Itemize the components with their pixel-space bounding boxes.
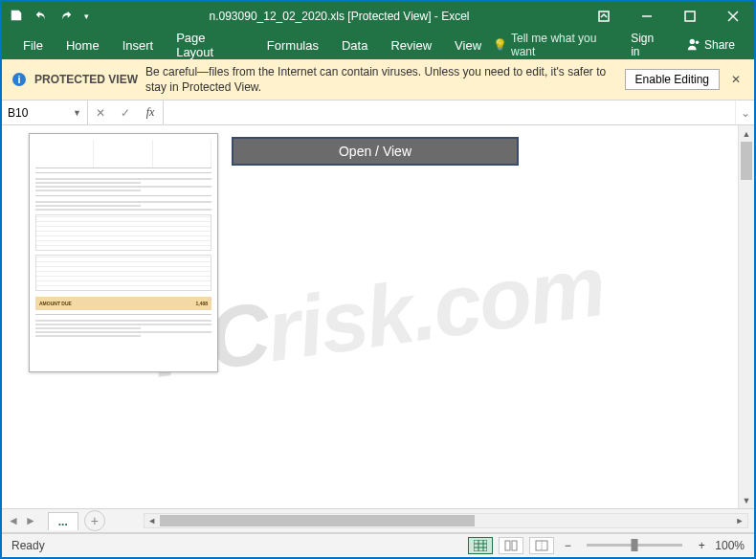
- svg-point-5: [690, 38, 695, 43]
- window-controls: [582, 2, 754, 31]
- close-button[interactable]: [711, 2, 754, 31]
- minimize-button[interactable]: [625, 2, 668, 31]
- tab-file[interactable]: File: [11, 31, 55, 59]
- window-title: n.093090_12_02_2020.xls [Protected View]…: [97, 10, 582, 23]
- sheet-nav-next-icon[interactable]: ►: [25, 514, 36, 527]
- svg-point-6: [696, 40, 700, 44]
- sign-in-button[interactable]: Sign in: [625, 32, 670, 58]
- redo-icon[interactable]: [59, 9, 73, 25]
- share-label: Share: [704, 38, 735, 52]
- scroll-right-icon[interactable]: ►: [732, 516, 747, 525]
- open-view-button[interactable]: Open / View: [232, 137, 519, 166]
- share-people-icon: [687, 37, 700, 54]
- thumb-amount-value: 1,408: [195, 301, 208, 306]
- svg-rect-2: [685, 11, 695, 21]
- tab-insert[interactable]: Insert: [111, 31, 166, 59]
- horizontal-scrollbar[interactable]: ◄ ►: [144, 513, 748, 528]
- title-filename: n.093090_12_02_2020.xls: [210, 10, 345, 23]
- horizontal-scroll-thumb[interactable]: [160, 515, 475, 526]
- status-bar: Ready − + 100%: [2, 533, 754, 556]
- sheet-tab-bar: ◄ ► ... + ◄ ►: [2, 508, 754, 533]
- svg-text:i: i: [17, 74, 20, 85]
- name-box[interactable]: B10 ▼: [2, 101, 88, 124]
- tab-home[interactable]: Home: [55, 31, 111, 59]
- status-right: − + 100%: [468, 537, 745, 554]
- new-sheet-button[interactable]: +: [84, 510, 105, 531]
- vertical-scroll-thumb[interactable]: [741, 142, 752, 180]
- insert-function-button[interactable]: fx: [138, 105, 163, 120]
- view-page-break-button[interactable]: [529, 537, 554, 554]
- enable-editing-button[interactable]: Enable Editing: [625, 69, 720, 90]
- lightbulb-icon: 💡: [493, 38, 507, 52]
- undo-icon[interactable]: [34, 9, 48, 25]
- sheet-nav-prev-icon[interactable]: ◄: [8, 514, 19, 527]
- worksheet-area[interactable]: PCrisk.com AMOUNT DUE 1,408 Open / View …: [2, 125, 754, 508]
- watermark-rest: risk.com: [261, 237, 611, 379]
- ribbon-tabs: File Home Insert Page Layout Formulas Da…: [2, 31, 754, 59]
- zoom-slider-thumb[interactable]: [632, 539, 638, 551]
- status-ready: Ready: [11, 539, 45, 552]
- info-shield-icon: i: [11, 72, 27, 87]
- ribbon-display-options[interactable]: [582, 2, 625, 31]
- formula-bar: B10 ▼ ✕ ✓ fx ⌄: [2, 101, 754, 125]
- share-button[interactable]: Share: [678, 37, 745, 54]
- scroll-down-icon[interactable]: ▼: [739, 492, 754, 508]
- ribbon-right: 💡 Tell me what you want Sign in Share: [493, 32, 745, 58]
- quick-access-toolbar: ▾: [2, 9, 97, 25]
- zoom-in-button[interactable]: +: [694, 539, 709, 552]
- protected-view-label: PROTECTED VIEW: [34, 73, 138, 86]
- view-normal-button[interactable]: [468, 537, 493, 554]
- protected-view-close-icon[interactable]: ✕: [727, 73, 745, 86]
- scroll-left-icon[interactable]: ◄: [145, 516, 160, 525]
- zoom-out-button[interactable]: −: [560, 539, 575, 552]
- svg-rect-0: [599, 11, 609, 21]
- tell-me-label: Tell me what you want: [511, 32, 617, 58]
- title-bar: ▾ n.093090_12_02_2020.xls [Protected Vie…: [2, 2, 754, 31]
- sheet-tab-active[interactable]: ...: [48, 512, 78, 530]
- document-thumbnail: AMOUNT DUE 1,408: [29, 133, 218, 372]
- zoom-slider[interactable]: [587, 544, 682, 547]
- svg-rect-15: [512, 541, 517, 550]
- protected-view-message: Be careful—files from the Internet can c…: [145, 64, 617, 95]
- thumb-amount-label: AMOUNT DUE: [39, 301, 72, 306]
- name-box-dropdown-icon[interactable]: ▼: [73, 108, 81, 118]
- svg-rect-14: [505, 541, 510, 550]
- tab-page-layout[interactable]: Page Layout: [165, 31, 256, 59]
- formula-input[interactable]: [164, 101, 735, 124]
- cell-reference: B10: [8, 106, 28, 120]
- tab-formulas[interactable]: Formulas: [256, 31, 330, 59]
- vertical-scrollbar[interactable]: ▲ ▼: [738, 125, 754, 508]
- sheet-nav-buttons: ◄ ►: [2, 514, 42, 527]
- formula-buttons: ✕ ✓ fx: [88, 101, 164, 124]
- save-icon[interactable]: [10, 9, 23, 25]
- title-suffix: [Protected View] - Excel: [345, 10, 470, 23]
- view-page-layout-button[interactable]: [499, 537, 523, 554]
- expand-formula-bar-icon[interactable]: ⌄: [735, 101, 754, 124]
- maximize-button[interactable]: [668, 2, 711, 31]
- tab-data[interactable]: Data: [330, 31, 379, 59]
- svg-rect-9: [474, 540, 487, 551]
- enter-formula-icon[interactable]: ✓: [113, 106, 138, 120]
- cancel-formula-icon[interactable]: ✕: [88, 106, 113, 120]
- scroll-up-icon[interactable]: ▲: [739, 125, 754, 142]
- tab-view[interactable]: View: [443, 31, 493, 59]
- zoom-level[interactable]: 100%: [715, 539, 745, 552]
- qat-customize-icon[interactable]: ▾: [84, 11, 89, 21]
- tab-review[interactable]: Review: [379, 31, 443, 59]
- protected-view-bar: i PROTECTED VIEW Be careful—files from t…: [2, 59, 754, 101]
- tell-me-search[interactable]: 💡 Tell me what you want: [493, 32, 617, 58]
